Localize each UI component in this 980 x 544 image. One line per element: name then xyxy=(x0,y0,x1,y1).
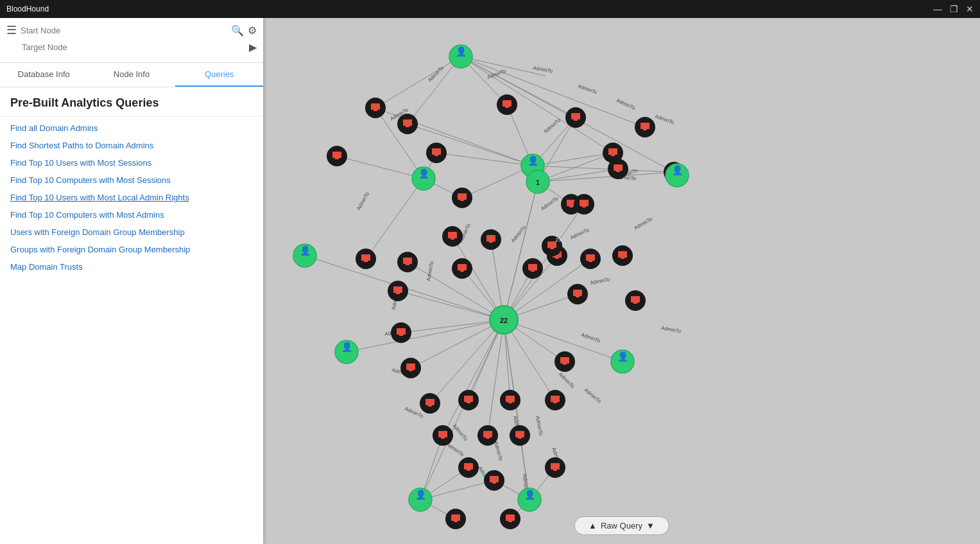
computer-node-3 xyxy=(426,143,447,163)
svg-rect-149 xyxy=(406,264,409,265)
computer-node-29 xyxy=(433,425,453,446)
svg-rect-155 xyxy=(460,270,464,272)
svg-text:👤: 👤 xyxy=(300,245,311,256)
svg-rect-101 xyxy=(374,110,377,111)
search-icon[interactable]: 🔍 xyxy=(231,24,244,37)
user-node-mid-left: 👤 xyxy=(412,167,435,190)
svg-rect-110 xyxy=(505,107,509,108)
svg-rect-151 xyxy=(448,232,457,238)
minimize-button[interactable]: — xyxy=(933,4,942,14)
svg-rect-208 xyxy=(490,476,499,482)
node-23-labeled: 23 xyxy=(542,236,562,256)
tab-database[interactable]: Database Info xyxy=(0,63,88,87)
titlebar: BloodHound — ❐ ✕ xyxy=(0,0,980,18)
svg-rect-185 xyxy=(441,437,445,439)
queries-list-container[interactable]: Find all Domain Admins Find Shortest Pat… xyxy=(0,117,263,544)
svg-rect-124 xyxy=(332,152,341,158)
svg-rect-199 xyxy=(551,396,560,402)
svg-rect-176 xyxy=(633,303,637,304)
svg-rect-131 xyxy=(489,241,493,243)
query-item-6[interactable]: Find Top 10 Computers with Most Admins xyxy=(0,206,263,224)
svg-text:👤: 👤 xyxy=(672,165,683,176)
svg-rect-143 xyxy=(396,293,400,294)
svg-text:22: 22 xyxy=(500,317,508,324)
svg-rect-182 xyxy=(428,405,432,407)
svg-rect-167 xyxy=(589,261,592,262)
query-item-2[interactable]: Find Shortest Paths to Domain Admins xyxy=(0,137,263,154)
svg-rect-145 xyxy=(397,328,406,335)
computer-node-4 xyxy=(497,94,517,115)
computer-node-34 xyxy=(545,390,565,410)
svg-rect-106 xyxy=(432,148,441,155)
computer-node-9 xyxy=(327,146,347,166)
svg-rect-191 xyxy=(486,437,490,439)
svg-rect-194 xyxy=(508,402,512,403)
computer-node-19 xyxy=(452,258,472,279)
search-area: ☰ 🔍 ⚙ ▶ xyxy=(0,18,263,63)
user-node-labeled-22: 22 xyxy=(490,306,518,334)
raw-query-button[interactable]: ▲ Raw Query ▼ xyxy=(574,516,669,535)
svg-text:1: 1 xyxy=(536,179,540,186)
start-node-input[interactable] xyxy=(21,26,227,35)
query-item-4[interactable]: Find Top 10 Computers with Most Sessions xyxy=(0,171,263,189)
settings-icon[interactable]: ⚙ xyxy=(248,24,257,37)
computer-node-16 xyxy=(391,322,411,343)
query-item-8[interactable]: Groups with Foreign Domain Group Members… xyxy=(0,241,263,258)
svg-rect-215 xyxy=(508,521,512,522)
svg-rect-100 xyxy=(371,103,380,110)
svg-rect-166 xyxy=(586,254,595,261)
svg-rect-196 xyxy=(515,431,524,437)
close-button[interactable]: ✕ xyxy=(966,4,974,14)
svg-rect-209 xyxy=(492,482,496,484)
svg-rect-175 xyxy=(631,296,640,303)
graph-area[interactable]: AdminTo AdminTo AdminTo AdminTo AdminTo … xyxy=(263,18,980,544)
svg-rect-113 xyxy=(574,119,578,121)
tab-node[interactable]: Node Info xyxy=(88,63,176,87)
svg-rect-158 xyxy=(531,270,535,272)
computer-node-15 xyxy=(388,281,408,301)
svg-rect-203 xyxy=(563,364,567,365)
svg-text:👤: 👤 xyxy=(415,489,427,500)
svg-rect-214 xyxy=(506,514,515,521)
svg-rect-154 xyxy=(458,264,467,270)
svg-rect-187 xyxy=(464,396,473,402)
svg-text:👤: 👤 xyxy=(528,155,539,166)
svg-rect-127 xyxy=(458,193,467,200)
maximize-button[interactable]: ❐ xyxy=(950,4,958,14)
raw-query-label: Raw Query xyxy=(601,521,642,531)
query-item-5[interactable]: Find Top 10 Users with Most Local Admin … xyxy=(0,189,263,206)
query-item-9[interactable]: Map Domain Trusts xyxy=(0,258,263,276)
user-node-labeled-1: 1 xyxy=(526,170,549,193)
computer-node-11 xyxy=(481,229,501,250)
svg-rect-103 xyxy=(403,119,412,126)
target-node-input[interactable] xyxy=(22,42,245,52)
user-node-far-right: 👤 xyxy=(666,164,689,187)
computer-node-20 xyxy=(522,258,543,279)
svg-text:👤: 👤 xyxy=(418,168,430,179)
queries-section: Pre-Built Analytics Queries Find all Dom… xyxy=(0,87,263,544)
svg-text:👤: 👤 xyxy=(617,351,629,362)
svg-rect-170 xyxy=(582,206,586,207)
svg-rect-181 xyxy=(426,399,434,405)
computer-node-24 xyxy=(574,194,594,215)
svg-rect-179 xyxy=(409,370,413,371)
queries-header: Pre-Built Analytics Queries xyxy=(0,87,263,117)
svg-rect-118 xyxy=(640,123,649,129)
computer-node-2 xyxy=(397,114,418,134)
svg-rect-142 xyxy=(393,286,402,293)
query-item-7[interactable]: Users with Foreign Domain Group Membersh… xyxy=(0,224,263,241)
query-item-1[interactable]: Find all Domain Admins xyxy=(0,119,263,137)
computer-node-18 xyxy=(442,226,463,247)
play-icon[interactable]: ▶ xyxy=(249,41,257,53)
computer-node-7 xyxy=(635,117,655,137)
svg-rect-146 xyxy=(399,335,403,336)
computer-node-40 xyxy=(545,457,565,478)
tab-queries[interactable]: Queries xyxy=(175,63,263,87)
svg-text:23: 23 xyxy=(556,237,562,243)
hamburger-icon[interactable]: ☰ xyxy=(6,23,17,37)
svg-rect-218 xyxy=(553,469,557,471)
svg-rect-212 xyxy=(454,521,458,522)
svg-rect-125 xyxy=(335,158,339,159)
query-item-3[interactable]: Find Top 10 Users with Most Sessions xyxy=(0,154,263,171)
svg-rect-107 xyxy=(434,155,438,156)
